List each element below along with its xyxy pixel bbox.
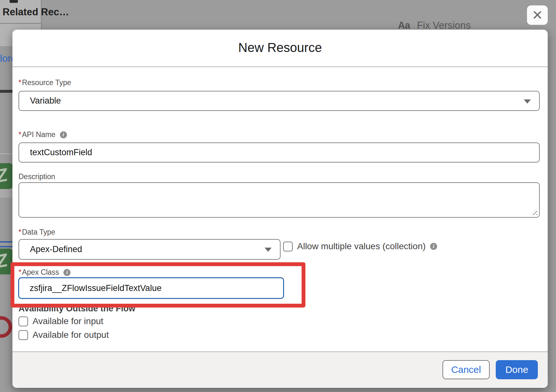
required-asterisk: * [18,78,21,87]
background-selection-line [0,241,13,243]
allow-multiple-checkbox[interactable] [283,242,293,251]
close-icon: ✕ [532,7,543,23]
api-name-input[interactable] [18,142,540,163]
green-z-logo-icon: Z [0,249,13,274]
available-output-row: Available for output [18,330,109,340]
available-for-output-label: Available for output [33,330,109,340]
background-row [0,189,13,198]
divider [0,153,13,154]
info-icon[interactable]: i [430,243,437,250]
done-button[interactable]: Done [496,360,538,379]
data-type-select[interactable]: Apex-Defined [18,239,281,260]
close-button[interactable]: ✕ [527,5,548,25]
cancel-button[interactable]: Cancel [443,360,490,379]
api-name-label: *API Name i [18,130,67,139]
info-icon[interactable]: i [63,269,70,276]
description-label: Description [18,172,55,181]
data-type-value: Apex-Defined [30,240,82,259]
available-for-output-checkbox[interactable] [18,330,28,340]
green-z-logo-icon: Z [0,163,13,189]
allow-multiple-label: Allow multiple values (collection) [297,241,426,251]
page-title: New Resource [12,30,548,65]
availability-heading: Availability Outside the Flow [18,304,135,314]
data-type-label: *Data Type [18,228,55,236]
available-input-row: Available for input [18,316,103,326]
background-selection-line [0,246,13,247]
background-text-fragment [10,0,18,3]
resource-type-select[interactable]: Variable [18,91,540,111]
screen: Related Rec… lore Z Z Aa Fix Versions ✕ … [0,0,556,392]
resource-type-label: *Resource Type [18,78,71,87]
tab-related-records: Related Rec… [3,6,69,18]
required-asterisk: * [18,268,21,276]
resource-type-value: Variable [30,91,61,110]
allow-multiple-row: Allow multiple values (collection) i [283,241,437,251]
dialog-footer: Cancel Done [12,351,548,388]
background-tab-underline [0,90,13,93]
available-for-input-checkbox[interactable] [18,316,28,326]
required-asterisk: * [18,130,21,139]
new-resource-dialog: New Resource *Resource Type Variable *AP… [12,30,548,388]
required-asterisk: * [18,228,21,236]
dialog-header: New Resource [12,30,548,67]
red-circle-icon [0,316,12,338]
divider [0,23,41,24]
chevron-down-icon [524,99,531,104]
apex-class-input[interactable] [18,277,284,299]
chevron-down-icon [265,248,272,252]
apex-class-label: *Apex Class i [18,268,70,277]
available-for-input-label: Available for input [33,316,103,326]
info-icon[interactable]: i [60,131,67,138]
description-textarea[interactable] [18,182,540,218]
